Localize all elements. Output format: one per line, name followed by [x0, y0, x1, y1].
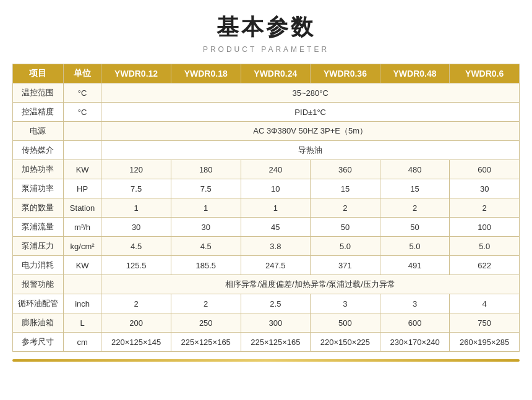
table-row: 控温精度°CPID±1°C	[13, 103, 520, 122]
cell-value: 15	[380, 179, 450, 198]
cell-item: 加热功率	[13, 160, 64, 179]
table-row: 泵浦功率HP7.57.510151530	[13, 179, 520, 198]
cell-value: 10	[241, 179, 311, 198]
cell-value: 1	[101, 198, 171, 218]
cell-value: 4.5	[101, 237, 171, 256]
cell-value: 1	[171, 198, 241, 218]
cell-value: 50	[311, 218, 380, 237]
table-row: 膨胀油箱L200250300500600750	[13, 313, 520, 333]
cell-value: 4	[450, 294, 520, 313]
cell-item: 泵浦压力	[13, 237, 64, 256]
cell-item: 控温精度	[13, 103, 64, 122]
col-header-m3: YWDR0.24	[241, 64, 311, 83]
cell-item: 电源	[13, 122, 64, 141]
table-row: 报警功能相序异常/温度偏差/加热异常/泵浦过载/压力异常	[13, 275, 520, 294]
cell-value: 622	[450, 256, 520, 275]
table-row: 电力消耗KW125.5185.5247.5371491622	[13, 256, 520, 275]
cell-value: 125.5	[101, 256, 171, 275]
cell-unit	[63, 122, 101, 141]
cell-span: 导热油	[101, 141, 520, 160]
cell-unit: Station	[63, 198, 101, 218]
col-header-m6: YWDR0.6	[450, 64, 520, 83]
cell-item: 参考尺寸	[13, 333, 64, 352]
cell-value: 2	[380, 198, 450, 218]
cell-item: 报警功能	[13, 275, 64, 294]
cell-value: 360	[311, 160, 380, 179]
table-row: 传热媒介导热油	[13, 141, 520, 160]
cell-value: 480	[380, 160, 450, 179]
cell-value: 260×195×285	[450, 333, 520, 352]
cell-unit: HP	[63, 179, 101, 198]
col-header-m4: YWDR0.36	[311, 64, 380, 83]
cell-value: 491	[380, 256, 450, 275]
cell-value: 7.5	[101, 179, 171, 198]
table-row: 温控范围°C35~280°C	[13, 83, 520, 103]
table-row: 泵浦压力kg/cm²4.54.53.85.05.05.0	[13, 237, 520, 256]
cell-value: 600	[380, 313, 450, 333]
cell-value: 750	[450, 313, 520, 333]
cell-value: 5.0	[450, 237, 520, 256]
cell-value: 200	[101, 313, 171, 333]
cell-value: 230×170×240	[380, 333, 450, 352]
table-row: 泵的数量Station111222	[13, 198, 520, 218]
cell-value: 50	[380, 218, 450, 237]
col-header-unit: 单位	[63, 64, 101, 83]
cell-value: 371	[311, 256, 380, 275]
cell-item: 传热媒介	[13, 141, 64, 160]
cell-value: 225×125×165	[241, 333, 311, 352]
cell-unit	[63, 275, 101, 294]
table-header-row: 项目 单位 YWDR0.12 YWDR0.18 YWDR0.24 YWDR0.3…	[13, 64, 520, 83]
cell-value: 2	[171, 294, 241, 313]
cell-value: 225×125×165	[171, 333, 241, 352]
cell-item: 膨胀油箱	[13, 313, 64, 333]
page-subtitle: PRODUCT PARAMETER	[203, 45, 329, 54]
cell-span: 35~280°C	[101, 83, 520, 103]
cell-item: 泵的数量	[13, 198, 64, 218]
cell-value: 45	[241, 218, 311, 237]
page-title: 基本参数	[217, 12, 315, 43]
cell-value: 247.5	[241, 256, 311, 275]
cell-value: 7.5	[171, 179, 241, 198]
cell-unit	[63, 141, 101, 160]
cell-value: 3	[311, 294, 380, 313]
cell-item: 循环油配管	[13, 294, 64, 313]
cell-value: 500	[311, 313, 380, 333]
table-row: 泵浦流量m³/h3030455050100	[13, 218, 520, 237]
cell-value: 2	[311, 198, 380, 218]
cell-item: 泵浦功率	[13, 179, 64, 198]
col-header-m2: YWDR0.18	[171, 64, 241, 83]
cell-unit: kg/cm²	[63, 237, 101, 256]
table-row: 参考尺寸cm220×125×145225×125×165225×125×1652…	[13, 333, 520, 352]
cell-value: 185.5	[171, 256, 241, 275]
cell-item: 温控范围	[13, 83, 64, 103]
cell-value: 2.5	[241, 294, 311, 313]
cell-value: 5.0	[311, 237, 380, 256]
col-header-m5: YWDR0.48	[380, 64, 450, 83]
cell-item: 电力消耗	[13, 256, 64, 275]
cell-span: AC 3Φ380V 50HZ 3P+E（5m）	[101, 122, 520, 141]
cell-value: 180	[171, 160, 241, 179]
cell-unit: L	[63, 313, 101, 333]
bottom-bar	[12, 359, 520, 362]
col-header-item: 项目	[13, 64, 64, 83]
table-row: 循环油配管inch222.5334	[13, 294, 520, 313]
cell-value: 4.5	[171, 237, 241, 256]
cell-value: 30	[171, 218, 241, 237]
cell-value: 2	[450, 198, 520, 218]
cell-item: 泵浦流量	[13, 218, 64, 237]
cell-value: 240	[241, 160, 311, 179]
cell-unit: °C	[63, 83, 101, 103]
cell-value: 15	[311, 179, 380, 198]
table-row: 加热功率KW120180240360480600	[13, 160, 520, 179]
cell-value: 220×125×145	[101, 333, 171, 352]
cell-value: 5.0	[380, 237, 450, 256]
cell-value: 600	[450, 160, 520, 179]
params-table: 项目 单位 YWDR0.12 YWDR0.18 YWDR0.24 YWDR0.3…	[12, 64, 520, 352]
cell-value: 3	[380, 294, 450, 313]
cell-value: 220×150×225	[311, 333, 380, 352]
cell-value: 250	[171, 313, 241, 333]
cell-unit: cm	[63, 333, 101, 352]
cell-unit: m³/h	[63, 218, 101, 237]
cell-span: 相序异常/温度偏差/加热异常/泵浦过载/压力异常	[101, 275, 520, 294]
cell-unit: °C	[63, 103, 101, 122]
